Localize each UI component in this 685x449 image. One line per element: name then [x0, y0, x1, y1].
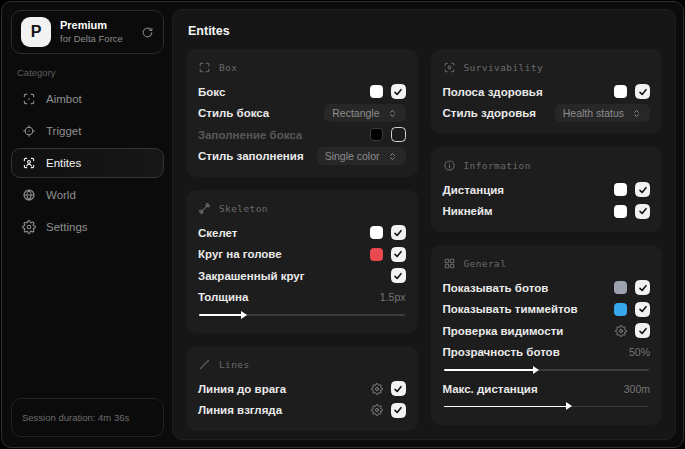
checkbox[interactable] [391, 84, 406, 99]
color-swatch[interactable] [370, 248, 383, 261]
slider-fill [444, 406, 569, 408]
setting-row: Стиль боксаRectangle [198, 103, 406, 125]
slider-value: 300m [624, 383, 650, 395]
select-dropdown[interactable]: Single color [317, 147, 406, 165]
setting-label: Никнейм [443, 205, 493, 217]
setting-controls [615, 323, 650, 338]
card-survivability: SurvivabilityПолоса здоровьяСтиль здоров… [431, 49, 663, 134]
gear-icon[interactable] [371, 383, 383, 395]
slider-thumb[interactable] [566, 402, 572, 410]
checkbox[interactable] [635, 280, 650, 295]
setting-controls [370, 247, 406, 262]
setting-label: Толщина [198, 291, 248, 303]
setting-label: Показывать тиммейтов [443, 303, 578, 315]
sidebar-nav: AimbotTriggetEntitesWorldSettings [11, 83, 164, 243]
card-general: GeneralПоказывать ботовПоказывать тиммей… [431, 245, 663, 425]
category-label: Category [17, 67, 158, 78]
setting-row: Полоса здоровья [443, 81, 651, 103]
color-swatch[interactable] [614, 281, 627, 294]
setting-controls [391, 268, 406, 283]
sidebar-item-world[interactable]: World [11, 180, 164, 210]
card-title: Survivability [464, 62, 544, 73]
select-dropdown[interactable]: Health status [555, 104, 650, 122]
aimbot-icon [22, 92, 36, 106]
setting-row: Никнейм [443, 201, 651, 223]
card-title: Box [219, 62, 237, 73]
setting-row: Показывать ботов [443, 277, 651, 299]
card-header: Information [443, 159, 651, 172]
select-value: Health status [563, 107, 624, 119]
sidebar-item-entites[interactable]: Entites [11, 148, 164, 178]
page-title: Entites [188, 24, 660, 38]
color-swatch[interactable] [614, 205, 627, 218]
slider-thumb[interactable] [533, 366, 539, 374]
settings-icon [22, 220, 36, 234]
general-icon [443, 257, 456, 270]
setting-controls [614, 84, 650, 99]
checkbox[interactable] [391, 268, 406, 283]
setting-label: Проверка видимости [443, 325, 564, 337]
setting-controls [370, 127, 406, 142]
color-swatch[interactable] [614, 303, 627, 316]
select-value: Rectangle [332, 107, 379, 119]
brand-text: Premium for Delta Force [60, 19, 123, 45]
setting-controls: Health status [555, 104, 650, 122]
setting-row: Линия до врага [198, 378, 406, 400]
color-swatch[interactable] [370, 226, 383, 239]
checkbox[interactable] [635, 182, 650, 197]
setting-row: Закрашенный круг [198, 265, 406, 287]
checkbox[interactable] [635, 204, 650, 219]
checkbox[interactable] [391, 225, 406, 240]
setting-label: Линия взгляда [198, 404, 282, 416]
sidebar-item-settings[interactable]: Settings [11, 212, 164, 242]
brand-title: Premium [60, 19, 123, 33]
setting-controls: 1.5px [380, 291, 406, 303]
setting-row: Скелет [198, 222, 406, 244]
setting-controls: Single color [317, 147, 406, 165]
color-swatch[interactable] [370, 128, 383, 141]
setting-label: Стиль здоровья [443, 107, 537, 119]
color-swatch[interactable] [614, 85, 627, 98]
checkbox[interactable] [391, 403, 406, 418]
setting-label: Стиль заполнения [198, 150, 304, 162]
column-left: BoxБоксСтиль боксаRectangleЗаполнение бо… [186, 49, 418, 431]
setting-row: Проверка видимости [443, 320, 651, 342]
slider[interactable] [444, 364, 650, 375]
checkbox[interactable] [391, 381, 406, 396]
column-right: SurvivabilityПолоса здоровьяСтиль здоров… [431, 49, 663, 431]
slider-fill [444, 369, 536, 371]
setting-row: Толщина1.5px [198, 287, 406, 309]
setting-controls [614, 182, 650, 197]
sidebar-item-label: Entites [46, 157, 81, 169]
chevron-updown-icon [631, 108, 642, 119]
app-window: P Premium for Delta Force Category Aimbo… [1, 1, 684, 448]
checkbox[interactable] [391, 127, 406, 142]
color-swatch[interactable] [614, 183, 627, 196]
logo: P [21, 17, 51, 47]
card-box: BoxБоксСтиль боксаRectangleЗаполнение бо… [186, 49, 418, 177]
brand-card: P Premium for Delta Force [11, 10, 164, 54]
checkbox[interactable] [635, 302, 650, 317]
setting-row: Прозрачность ботов50% [443, 342, 651, 364]
card-header: Box [198, 61, 406, 74]
setting-label: Линия до врага [198, 383, 286, 395]
setting-row: Стиль здоровьяHealth status [443, 103, 651, 125]
sidebar-item-trigget[interactable]: Trigget [11, 116, 164, 146]
checkbox[interactable] [635, 84, 650, 99]
gear-icon[interactable] [371, 404, 383, 416]
setting-row: Макс. дистанция300m [443, 378, 651, 400]
setting-row: Дистанция [443, 179, 651, 201]
checkbox[interactable] [391, 247, 406, 262]
color-swatch[interactable] [370, 85, 383, 98]
slider[interactable] [444, 401, 650, 412]
slider[interactable] [199, 309, 405, 320]
sidebar-item-aimbot[interactable]: Aimbot [11, 84, 164, 114]
checkbox[interactable] [635, 323, 650, 338]
refresh-icon[interactable] [141, 26, 154, 39]
select-dropdown[interactable]: Rectangle [324, 104, 405, 122]
gear-icon[interactable] [615, 325, 627, 337]
setting-label: Закрашенный круг [198, 270, 305, 282]
setting-label: Показывать ботов [443, 282, 549, 294]
slider-thumb[interactable] [241, 311, 247, 319]
setting-controls: Rectangle [324, 104, 405, 122]
